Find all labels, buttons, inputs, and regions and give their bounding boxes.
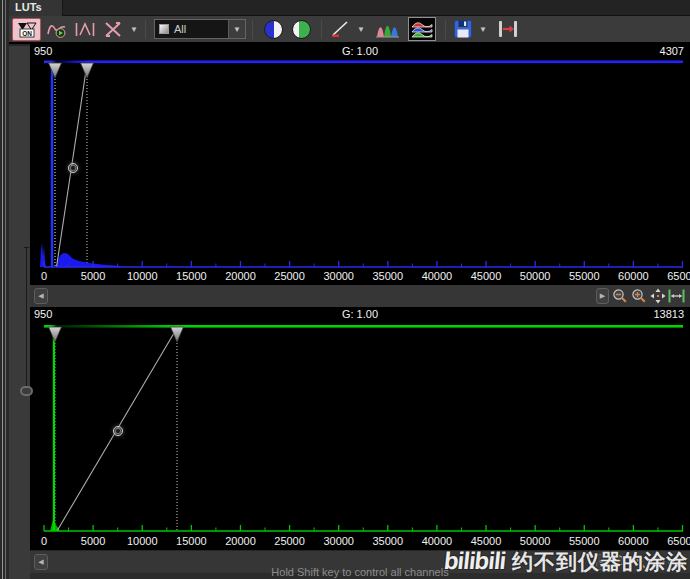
zoom-out-icon — [612, 288, 628, 304]
zoom-controls: ▶ — [596, 287, 685, 305]
gamma-line-icon — [329, 19, 351, 39]
channel-selector-dropdown-button[interactable]: ▼ — [228, 20, 245, 38]
save-lut-button[interactable] — [452, 18, 474, 40]
axis-tick-label: 60000 — [608, 535, 658, 547]
high-threshold-triangle[interactable] — [171, 327, 184, 342]
split-view-blue-button[interactable] — [263, 18, 284, 40]
split-view-green-button[interactable] — [291, 18, 312, 40]
axis-tick-label: 10000 — [117, 535, 167, 547]
splitter-track — [26, 248, 27, 386]
splitter-handle[interactable] — [20, 386, 33, 396]
bilibili-logo: bilibili — [442, 547, 506, 575]
histogram-spike — [53, 331, 55, 531]
x-axis-labels: 0500010000150002000025000300003500040000… — [30, 270, 690, 283]
axis-tick-label: 20000 — [215, 270, 265, 282]
channel-selector[interactable]: All ▼ — [154, 19, 246, 39]
curve-play-icon — [46, 20, 68, 39]
splitter-track-cap — [24, 247, 29, 248]
lut-histogram-panel-blue: 950 G: 1.00 4307 — [30, 44, 690, 285]
auto-minmax-button[interactable] — [45, 18, 69, 40]
luts-panel-window: LUTs ON — [0, 0, 690, 579]
pan-fit-icon — [650, 288, 666, 304]
dual-triangle-on-icon: ON — [15, 21, 39, 38]
axis-tick-label: 5000 — [68, 270, 118, 282]
axis-tick-label: 40000 — [412, 270, 462, 282]
toolbar-separator — [321, 20, 322, 39]
axis-tick-label: 65000 — [658, 270, 690, 282]
toolbar-separator — [145, 20, 146, 39]
histogram-scrollbar: ◀ ▶ — [30, 285, 690, 307]
zoom-out-button[interactable] — [611, 287, 628, 305]
lut-gradient-bar — [44, 325, 683, 328]
axis-tick-label: 60000 — [608, 270, 658, 282]
gamma-handle[interactable] — [108, 421, 128, 441]
histogram-plot[interactable] — [30, 44, 690, 285]
axis-tick-label: 15000 — [166, 535, 216, 547]
high-threshold-triangle[interactable] — [81, 63, 94, 78]
histogram — [40, 243, 46, 267]
axis-tick-label: 15000 — [166, 270, 216, 282]
low-threshold-triangle[interactable] — [49, 63, 62, 78]
axis-tick-label: 20000 — [215, 535, 265, 547]
toolbar-separator — [445, 20, 446, 39]
fit-width-icon — [668, 288, 685, 304]
gutter-line — [5, 0, 6, 579]
histogram-split-button[interactable] — [374, 18, 401, 40]
low-threshold-triangle[interactable] — [49, 327, 62, 342]
axis-tick-label: 55000 — [559, 535, 609, 547]
gamma-handle[interactable] — [63, 158, 83, 178]
reset-button[interactable] — [101, 18, 125, 40]
green-split-circle-icon — [292, 20, 311, 39]
axis-tick-label: 5000 — [68, 535, 118, 547]
left-arrow-icon: ◀ — [38, 292, 43, 300]
stacked-histograms-icon — [411, 20, 433, 38]
x-axis-ticks — [44, 261, 683, 267]
histogram-spike — [51, 66, 53, 267]
blue-split-circle-icon — [264, 20, 283, 39]
zoom-fit-button[interactable] — [649, 287, 666, 305]
reset-dropdown-arrow[interactable]: ▼ — [129, 18, 139, 40]
scroll-right-button[interactable]: ▶ — [596, 288, 609, 304]
axis-tick-label: 30000 — [314, 270, 364, 282]
scroll-left-button[interactable]: ◀ — [34, 288, 48, 304]
x-axis-ticks — [44, 525, 683, 531]
fit-width-button[interactable] — [668, 287, 685, 305]
watermark: bilibili 约不到仪器的涂涂 — [444, 547, 688, 576]
window-edge-gutter[interactable] — [0, 0, 9, 579]
linear-lut-button[interactable] — [328, 18, 352, 40]
zoom-in-icon — [631, 288, 647, 304]
axis-tick-label: 25000 — [265, 535, 315, 547]
tab-bar: LUTs — [9, 0, 690, 16]
remap-range-button[interactable] — [496, 18, 520, 40]
remap-arrow-icon — [497, 19, 519, 39]
axis-tick-label: 40000 — [412, 535, 462, 547]
axis-tick-label: 10000 — [117, 270, 167, 282]
floppy-save-icon — [453, 19, 473, 39]
histogram-plot[interactable] — [30, 307, 690, 550]
zoom-in-button[interactable] — [630, 287, 647, 305]
save-dropdown-arrow[interactable]: ▼ — [478, 18, 488, 40]
lut-histogram-panel-green: 950 G: 1.00 13813 — [30, 307, 690, 550]
right-arrow-icon: ▶ — [600, 292, 605, 300]
left-arrow-icon: ◀ — [38, 558, 43, 566]
histogram-stacked-button[interactable] — [408, 17, 436, 41]
channel-swatch-icon — [159, 24, 169, 34]
watermark-text: 约不到仪器的涂涂 — [512, 548, 688, 576]
axis-tick-label: 25000 — [265, 270, 315, 282]
best-fit-icon — [74, 20, 96, 39]
histogram — [56, 253, 120, 267]
lut-mode-dropdown-arrow[interactable]: ▼ — [356, 18, 366, 40]
axis-tick-label: 50000 — [510, 535, 560, 547]
reset-x-icon — [102, 20, 124, 39]
best-fit-button[interactable] — [73, 18, 97, 40]
rgb-histograms-icon — [375, 19, 400, 39]
chevron-down-icon: ▼ — [232, 25, 242, 34]
toolbar-separator — [252, 20, 253, 39]
svg-text:ON: ON — [22, 29, 32, 36]
axis-tick-label: 65000 — [658, 535, 690, 547]
axis-tick-label: 35000 — [363, 535, 413, 547]
tab-luts[interactable]: LUTs — [9, 0, 63, 16]
show-thresholds-toggle-button[interactable]: ON — [12, 18, 41, 41]
gutter-line — [2, 0, 3, 579]
axis-tick-label: 0 — [19, 535, 69, 547]
